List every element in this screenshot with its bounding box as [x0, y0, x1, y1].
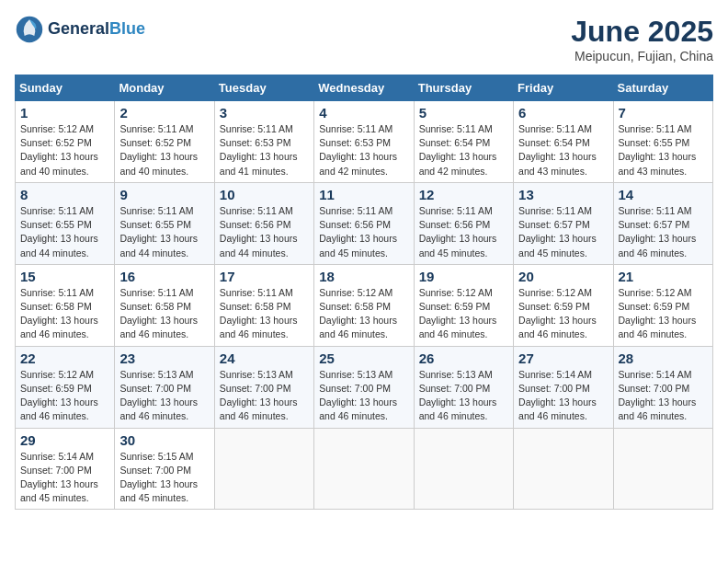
day-info: Sunrise: 5:13 AMSunset: 7:00 PMDaylight:… — [119, 368, 209, 424]
day-info: Sunrise: 5:11 AMSunset: 6:56 PMDaylight:… — [319, 204, 408, 260]
calendar-cell: 10Sunrise: 5:11 AMSunset: 6:56 PMDayligh… — [214, 182, 313, 264]
day-number: 3 — [220, 105, 309, 121]
day-info: Sunrise: 5:11 AMSunset: 6:55 PMDaylight:… — [20, 204, 109, 260]
calendar-cell: 30Sunrise: 5:15 AMSunset: 7:00 PMDayligh… — [115, 428, 214, 510]
day-info: Sunrise: 5:11 AMSunset: 6:55 PMDaylight:… — [119, 204, 209, 260]
day-info: Sunrise: 5:11 AMSunset: 6:54 PMDaylight:… — [419, 122, 508, 178]
day-number: 26 — [419, 350, 508, 366]
day-number: 10 — [220, 187, 309, 202]
calendar-cell: 16Sunrise: 5:11 AMSunset: 6:58 PMDayligh… — [115, 264, 214, 346]
calendar-cell — [613, 428, 712, 510]
day-info: Sunrise: 5:14 AMSunset: 7:00 PMDaylight:… — [518, 368, 608, 424]
calendar-row: 22Sunrise: 5:12 AMSunset: 6:59 PMDayligh… — [16, 346, 713, 428]
calendar-cell: 11Sunrise: 5:11 AMSunset: 6:56 PMDayligh… — [314, 182, 414, 264]
day-info: Sunrise: 5:12 AMSunset: 6:59 PMDaylight:… — [518, 286, 608, 342]
calendar-cell: 9Sunrise: 5:11 AMSunset: 6:55 PMDaylight… — [115, 182, 214, 264]
calendar-cell: 23Sunrise: 5:13 AMSunset: 7:00 PMDayligh… — [115, 346, 214, 428]
day-info: Sunrise: 5:12 AMSunset: 6:59 PMDaylight:… — [20, 368, 109, 424]
day-number: 15 — [20, 269, 109, 284]
calendar-cell — [514, 428, 613, 510]
day-info: Sunrise: 5:12 AMSunset: 6:52 PMDaylight:… — [20, 122, 109, 178]
calendar-cell: 17Sunrise: 5:11 AMSunset: 6:58 PMDayligh… — [214, 264, 313, 346]
logo-text: GeneralBlue — [48, 20, 145, 39]
day-info: Sunrise: 5:14 AMSunset: 7:00 PMDaylight:… — [20, 450, 109, 506]
calendar-row: 8Sunrise: 5:11 AMSunset: 6:55 PMDaylight… — [16, 182, 713, 264]
calendar-cell — [414, 428, 513, 510]
calendar-cell — [214, 428, 313, 510]
calendar-cell — [314, 428, 414, 510]
weekday-header: Friday — [514, 75, 613, 101]
calendar-cell: 8Sunrise: 5:11 AMSunset: 6:55 PMDaylight… — [16, 182, 115, 264]
calendar-cell: 27Sunrise: 5:14 AMSunset: 7:00 PMDayligh… — [514, 346, 613, 428]
day-number: 21 — [619, 269, 708, 284]
logo: GeneralBlue — [15, 15, 145, 44]
month-title: June 2025 — [571, 15, 713, 49]
weekday-header: Monday — [115, 75, 214, 101]
day-number: 7 — [619, 105, 708, 121]
weekday-header: Saturday — [613, 75, 712, 101]
calendar-cell: 26Sunrise: 5:13 AMSunset: 7:00 PMDayligh… — [414, 346, 513, 428]
calendar-cell: 24Sunrise: 5:13 AMSunset: 7:00 PMDayligh… — [214, 346, 313, 428]
calendar-cell: 29Sunrise: 5:14 AMSunset: 7:00 PMDayligh… — [16, 428, 115, 510]
calendar-cell: 19Sunrise: 5:12 AMSunset: 6:59 PMDayligh… — [414, 264, 513, 346]
weekday-header: Wednesday — [314, 75, 414, 101]
day-info: Sunrise: 5:13 AMSunset: 7:00 PMDaylight:… — [220, 368, 309, 424]
logo-icon — [15, 15, 44, 44]
calendar-cell: 3Sunrise: 5:11 AMSunset: 6:53 PMDaylight… — [214, 101, 313, 183]
day-info: Sunrise: 5:15 AMSunset: 7:00 PMDaylight:… — [119, 450, 209, 506]
day-number: 1 — [20, 105, 109, 121]
calendar-cell: 2Sunrise: 5:11 AMSunset: 6:52 PMDaylight… — [115, 101, 214, 183]
calendar-table: SundayMondayTuesdayWednesdayThursdayFrid… — [15, 75, 713, 510]
location: Meipucun, Fujian, China — [571, 49, 713, 63]
day-number: 17 — [220, 269, 309, 284]
day-number: 28 — [619, 350, 708, 366]
day-number: 5 — [419, 105, 508, 121]
calendar-cell: 12Sunrise: 5:11 AMSunset: 6:56 PMDayligh… — [414, 182, 513, 264]
day-info: Sunrise: 5:11 AMSunset: 6:54 PMDaylight:… — [518, 122, 608, 178]
calendar-cell: 25Sunrise: 5:13 AMSunset: 7:00 PMDayligh… — [314, 346, 414, 428]
weekday-header: Thursday — [414, 75, 513, 101]
page-header: GeneralBlue June 2025 Meipucun, Fujian, … — [15, 15, 713, 63]
day-number: 27 — [518, 350, 608, 366]
day-number: 20 — [518, 269, 608, 284]
calendar-cell: 20Sunrise: 5:12 AMSunset: 6:59 PMDayligh… — [514, 264, 613, 346]
calendar-row: 15Sunrise: 5:11 AMSunset: 6:58 PMDayligh… — [16, 264, 713, 346]
day-info: Sunrise: 5:11 AMSunset: 6:55 PMDaylight:… — [619, 122, 708, 178]
day-info: Sunrise: 5:11 AMSunset: 6:58 PMDaylight:… — [20, 286, 109, 342]
day-number: 12 — [419, 187, 508, 202]
day-info: Sunrise: 5:13 AMSunset: 7:00 PMDaylight:… — [319, 368, 408, 424]
day-number: 29 — [20, 432, 109, 448]
day-number: 14 — [619, 187, 708, 202]
calendar-cell: 5Sunrise: 5:11 AMSunset: 6:54 PMDaylight… — [414, 101, 513, 183]
day-info: Sunrise: 5:12 AMSunset: 6:59 PMDaylight:… — [619, 286, 708, 342]
day-number: 24 — [220, 350, 309, 366]
calendar-cell: 18Sunrise: 5:12 AMSunset: 6:58 PMDayligh… — [314, 264, 414, 346]
day-number: 18 — [319, 269, 408, 284]
day-number: 2 — [119, 105, 209, 121]
calendar-cell: 4Sunrise: 5:11 AMSunset: 6:53 PMDaylight… — [314, 101, 414, 183]
day-info: Sunrise: 5:11 AMSunset: 6:53 PMDaylight:… — [319, 122, 408, 178]
day-number: 13 — [518, 187, 608, 202]
day-info: Sunrise: 5:11 AMSunset: 6:58 PMDaylight:… — [220, 286, 309, 342]
calendar-cell: 6Sunrise: 5:11 AMSunset: 6:54 PMDaylight… — [514, 101, 613, 183]
calendar-cell: 14Sunrise: 5:11 AMSunset: 6:57 PMDayligh… — [613, 182, 712, 264]
day-number: 23 — [119, 350, 209, 366]
day-number: 8 — [20, 187, 109, 202]
title-block: June 2025 Meipucun, Fujian, China — [571, 15, 713, 63]
day-info: Sunrise: 5:11 AMSunset: 6:57 PMDaylight:… — [619, 204, 708, 260]
day-number: 30 — [119, 432, 209, 448]
day-info: Sunrise: 5:11 AMSunset: 6:56 PMDaylight:… — [220, 204, 309, 260]
day-info: Sunrise: 5:14 AMSunset: 7:00 PMDaylight:… — [619, 368, 708, 424]
calendar-cell: 22Sunrise: 5:12 AMSunset: 6:59 PMDayligh… — [16, 346, 115, 428]
calendar-row: 1Sunrise: 5:12 AMSunset: 6:52 PMDaylight… — [16, 101, 713, 183]
weekday-header: Sunday — [16, 75, 115, 101]
weekday-header-row: SundayMondayTuesdayWednesdayThursdayFrid… — [16, 75, 713, 101]
calendar-cell: 1Sunrise: 5:12 AMSunset: 6:52 PMDaylight… — [16, 101, 115, 183]
day-number: 19 — [419, 269, 508, 284]
day-info: Sunrise: 5:11 AMSunset: 6:53 PMDaylight:… — [220, 122, 309, 178]
day-info: Sunrise: 5:11 AMSunset: 6:56 PMDaylight:… — [419, 204, 508, 260]
weekday-header: Tuesday — [214, 75, 313, 101]
day-number: 25 — [319, 350, 408, 366]
day-info: Sunrise: 5:11 AMSunset: 6:57 PMDaylight:… — [518, 204, 608, 260]
calendar-cell: 13Sunrise: 5:11 AMSunset: 6:57 PMDayligh… — [514, 182, 613, 264]
